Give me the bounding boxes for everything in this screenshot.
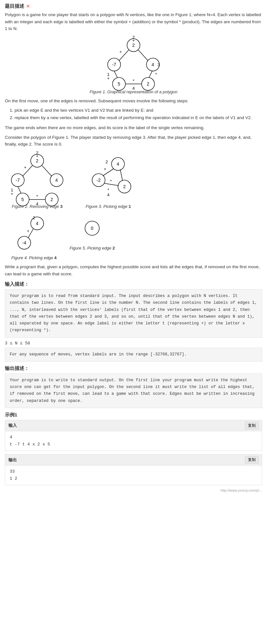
input-description: Your program is to read from standard in… bbox=[5, 289, 262, 338]
svg-text:2: 2 bbox=[123, 184, 126, 189]
svg-text:2: 2 bbox=[50, 197, 53, 202]
svg-text:2: 2 bbox=[132, 43, 135, 48]
output-line1: 33 bbox=[10, 468, 257, 475]
svg-text:2: 2 bbox=[147, 81, 149, 87]
input-line1: 4 bbox=[10, 434, 257, 441]
figure5-svg: 0 bbox=[73, 212, 112, 244]
figure2-caption: Figure 2. Removing edge 3 bbox=[12, 204, 63, 209]
example-title: 示例1 bbox=[5, 412, 262, 418]
figure1-svg: 2 -7 4 5 2 + 1 + bbox=[101, 36, 166, 87]
svg-text:+: + bbox=[107, 76, 110, 81]
input-content: 4 t -7 t 4 x 2 x 5 bbox=[5, 431, 262, 451]
input-section-title: 输入描述： bbox=[5, 281, 262, 287]
svg-text:2: 2 bbox=[105, 159, 108, 164]
svg-line-36 bbox=[42, 166, 52, 176]
svg-text:4: 4 bbox=[55, 178, 58, 183]
output-description: Your program is to write to standard out… bbox=[5, 373, 262, 408]
consider-text: Consider the polygon of Figure 1. The pl… bbox=[5, 134, 262, 148]
figure4-block: 4 -4 + 2 Figure 4. Picking edge 4 bbox=[5, 212, 63, 260]
input-label: 输入 bbox=[8, 423, 17, 428]
figure1-caption: Figure 1. Graphical representation of a … bbox=[5, 89, 262, 94]
svg-text:+: + bbox=[24, 165, 27, 170]
svg-text:5: 5 bbox=[21, 197, 24, 202]
figure3-caption: Figure 3. Picking edge 1 bbox=[86, 204, 131, 209]
svg-text:+: + bbox=[119, 49, 122, 54]
svg-text:*: * bbox=[36, 194, 38, 199]
copy-input-button[interactable]: 复制 bbox=[245, 422, 259, 429]
input-box-header: 输入 复制 bbox=[5, 420, 262, 431]
svg-line-37 bbox=[18, 187, 21, 193]
output-section-title: 输出描述： bbox=[5, 365, 262, 372]
figure5-caption: Figure 5. Picking edge 2 bbox=[69, 246, 115, 250]
step-2: replace them by a new vertex, labelled w… bbox=[15, 114, 262, 122]
svg-text:2: 2 bbox=[132, 35, 134, 40]
section-title-text: 题目描述 bbox=[5, 3, 24, 9]
figure5-block: 0 Figure 5. Picking edge 2 bbox=[69, 212, 115, 250]
output-label: 输出 bbox=[8, 457, 17, 463]
game-end-text: The game ends when there are no more edg… bbox=[5, 124, 262, 131]
input-line2: t -7 t 4 x 2 x 5 bbox=[10, 441, 257, 448]
input-box: 输入 复制 4 t -7 t 4 x 2 x 5 bbox=[5, 420, 262, 451]
output-box-header: 输出 复制 bbox=[5, 455, 262, 465]
svg-line-54 bbox=[104, 183, 119, 186]
figure2-block: 2 -7 4 5 2 + 1 + * 4 + bbox=[5, 151, 69, 209]
svg-text:4: 4 bbox=[117, 161, 119, 167]
output-content: 33 1 2 bbox=[5, 465, 262, 485]
intro-paragraph: Polygon is a game for one player that st… bbox=[5, 11, 262, 32]
svg-text:*: * bbox=[110, 179, 112, 184]
output-line2: 1 2 bbox=[10, 475, 257, 482]
svg-text:-7: -7 bbox=[112, 62, 116, 67]
section-header: 题目描述 ✕ bbox=[5, 3, 262, 9]
svg-text:4: 4 bbox=[36, 221, 38, 226]
svg-text:0: 0 bbox=[91, 226, 93, 231]
svg-line-56 bbox=[120, 169, 123, 181]
figure1-container: 2 -7 4 5 2 + 1 + bbox=[5, 36, 262, 94]
svg-text:*: * bbox=[155, 72, 157, 77]
svg-line-12 bbox=[138, 50, 148, 61]
output-box: 输出 复制 33 1 2 bbox=[5, 454, 262, 485]
svg-text:*: * bbox=[107, 188, 109, 192]
svg-line-15 bbox=[149, 71, 152, 77]
figure3-svg: 4 -2 2 + 2 * * 4 bbox=[76, 151, 141, 203]
figure4-caption: Figure 4. Picking edge 4 bbox=[11, 255, 57, 260]
svg-text:-2: -2 bbox=[97, 178, 101, 183]
copy-output-button[interactable]: 复制 bbox=[245, 456, 259, 464]
write-program-text: Write a program that, given a polygon, c… bbox=[5, 263, 262, 277]
steps-list: pick an edge E and the two vertices V1 a… bbox=[15, 107, 262, 122]
figure3-block: 4 -2 2 + 2 * * 4 Figure 3. Picking edge … bbox=[76, 151, 141, 209]
svg-text:4: 4 bbox=[107, 192, 109, 197]
input-constraint: 3 ≤ N ≤ 50 bbox=[5, 341, 262, 346]
figures-row-top: 2 -7 4 5 2 + 1 + * 4 + bbox=[5, 151, 262, 209]
figure2-svg: 2 -7 4 5 2 + 1 + * 4 + bbox=[5, 151, 69, 203]
svg-line-13 bbox=[114, 71, 117, 77]
url-bar: http://www.youroj.com/p/... bbox=[5, 488, 262, 492]
close-icon[interactable]: ✕ bbox=[26, 4, 30, 9]
svg-text:-7: -7 bbox=[16, 178, 20, 183]
svg-text:2: 2 bbox=[36, 158, 38, 163]
figure4-svg: 4 -4 + 2 bbox=[5, 212, 63, 254]
svg-text:3: 3 bbox=[157, 62, 160, 67]
figures-row-bottom: 4 -4 + 2 Figure 4. Picking edge 4 0 Figu… bbox=[5, 212, 262, 260]
svg-text:5: 5 bbox=[118, 81, 120, 87]
svg-text:+: + bbox=[27, 229, 29, 233]
input-constraint2: For any sequence of moves, vertex labels… bbox=[5, 348, 262, 362]
move-intro-text: On the first move, one of the edges is r… bbox=[5, 97, 262, 105]
svg-text:+: + bbox=[104, 167, 106, 171]
step-1: pick an edge E and the two vertices V1 a… bbox=[15, 107, 262, 114]
svg-text:+: + bbox=[11, 191, 13, 196]
svg-text:2: 2 bbox=[36, 150, 38, 155]
svg-text:2: 2 bbox=[33, 215, 35, 220]
svg-text:*: * bbox=[133, 78, 134, 83]
svg-text:-4: -4 bbox=[22, 240, 27, 245]
svg-text:4: 4 bbox=[152, 62, 154, 67]
